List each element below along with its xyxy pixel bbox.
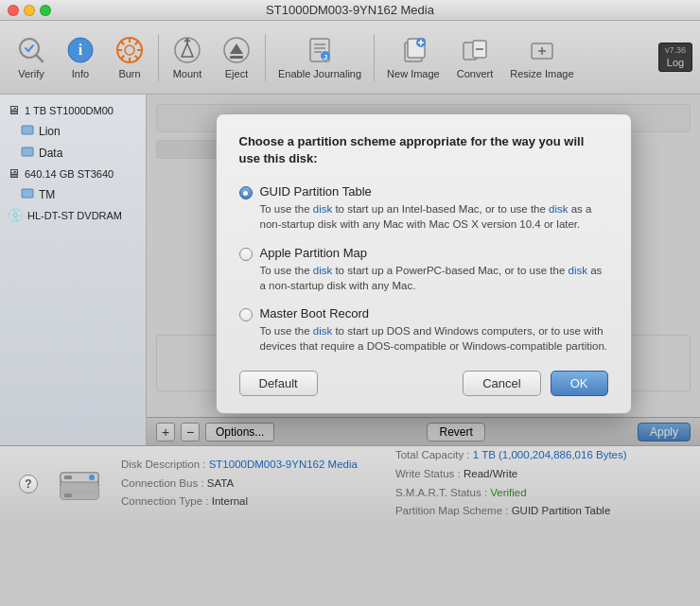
status-right: Total Capacity : 1 TB (1,000,204,886,016… [395,446,627,520]
toolbar: Verify i Info Bur [0,21,700,95]
svg-line-12 [121,42,125,45]
radio-option-guid[interactable]: GUID Partition Table To use the disk to … [239,184,608,232]
sidebar-item-disk-640[interactable]: 🖥 640.14 GB ST3640 [0,164,146,183]
enable-journaling-icon: J [305,35,335,65]
toolbar-separator-2 [265,34,266,81]
connection-type-value: Internal [212,495,248,507]
help-button[interactable]: ? [19,475,38,493]
disk-image [57,461,102,507]
toolbar-separator-1 [158,34,159,81]
svg-marker-17 [182,43,193,57]
sidebar-item-lion[interactable]: Lion [0,120,146,142]
sidebar-item-tm[interactable]: TM [0,183,146,205]
sidebar-item-label-disk-1tb: 1 TB ST1000DM00 [25,105,114,116]
new-image-label: New Image [387,68,440,79]
burn-icon [114,35,145,65]
radio-guid-name: GUID Partition Table [260,184,608,199]
toolbar-new-image[interactable]: New Image [379,31,447,83]
connection-type-label: Connection Type : [121,495,209,507]
radio-guid-content: GUID Partition Table To use the disk to … [260,184,608,232]
new-image-icon [398,35,429,65]
resize-image-label: Resize Image [510,68,573,79]
status-bar: ? Disk Description : ST1000DM003-9YN162 … [0,445,700,521]
svg-rect-21 [230,56,243,59]
toolbar-resize-image[interactable]: Resize Image [502,31,581,83]
dvdram-icon: 💿 [8,208,23,222]
sidebar-item-label-lion: Lion [39,125,61,138]
disk-description-label: Disk Description : [121,459,205,470]
lion-volume-icon [21,123,34,139]
maximize-button[interactable] [40,5,51,16]
write-status-value: Read/Write [464,468,517,479]
svg-rect-41 [22,189,33,198]
svg-text:J: J [324,53,327,61]
toolbar-mount[interactable]: Mount [164,31,211,83]
toolbar-verify[interactable]: Verify [8,31,55,83]
toolbar-burn[interactable]: Burn [106,31,153,83]
smart-status-label: S.M.A.R.T. Status : [395,487,487,498]
titlebar: ST1000DM003-9YN162 Media [0,0,700,21]
toolbar-convert[interactable]: Convert [449,31,501,83]
smart-status-value: Verified [490,487,526,498]
svg-line-3 [28,45,33,51]
svg-line-1 [36,55,43,61]
toolbar-enable-journaling[interactable]: J Enable Journaling [271,31,369,83]
sidebar: 🖥 1 TB ST1000DM00 Lion Data 🖥 640.14 GB … [0,95,147,445]
radio-option-mbr[interactable]: Master Boot Record To use the disk to st… [239,306,608,354]
connection-bus-value: SATA [207,477,234,489]
write-status-label: Write Status : [395,468,461,479]
info-icon: i [65,35,96,65]
mount-label: Mount [173,68,202,79]
radio-mbr-content: Master Boot Record To use the disk to st… [260,306,608,354]
toolbar-eject[interactable]: Eject [213,31,260,83]
radio-apple-name: Apple Partition Map [260,246,608,260]
eject-label: Eject [225,68,248,79]
ok-button[interactable]: OK [551,371,608,396]
svg-point-7 [125,45,134,55]
svg-line-15 [121,56,125,60]
svg-rect-40 [22,147,33,156]
partition-map-value: GUID Partition Table [512,505,611,516]
convert-icon [460,35,490,65]
radio-guid-desc: To use the disk to start up an Intel-bas… [260,201,608,232]
radio-mbr[interactable] [239,308,253,321]
mount-icon [172,35,202,65]
minimize-button[interactable] [24,5,35,16]
sidebar-item-data[interactable]: Data [0,142,146,164]
partition-map-label: Partition Map Scheme : [395,505,509,516]
radio-apple-content: Apple Partition Map To use the disk to s… [260,246,608,293]
info-label: Info [72,68,89,79]
radio-option-apple[interactable]: Apple Partition Map To use the disk to s… [239,246,608,293]
modal-buttons: Default Cancel OK [239,371,608,396]
status-left: Disk Description : ST1000DM003-9YN162 Me… [121,456,358,511]
enable-journaling-label: Enable Journaling [278,68,361,79]
toolbar-separator-3 [374,34,375,81]
svg-text:i: i [79,42,83,58]
toolbar-info[interactable]: i Info [57,31,104,83]
log-label: Log [667,56,684,69]
partition-scheme-modal: Choose a partition scheme appropriate fo… [216,113,632,414]
sidebar-item-label-dvdram: HL-DT-ST DVDRAM [27,210,122,221]
disk-640-icon: 🖥 [8,166,20,181]
sidebar-item-label-disk-640: 640.14 GB ST3640 [25,168,114,180]
total-capacity-value: 1 TB (1,000,204,886,016 Bytes) [473,449,627,460]
cancel-button[interactable]: Cancel [463,371,540,396]
default-button[interactable]: Default [239,371,318,396]
radio-guid[interactable] [239,186,253,199]
sidebar-item-dvdram[interactable]: 💿 HL-DT-ST DVDRAM [0,205,146,225]
verify-label: Verify [18,68,44,79]
sidebar-item-disk-1tb[interactable]: 🖥 1 TB ST1000DM00 [0,100,146,120]
svg-line-14 [135,42,139,45]
svg-rect-48 [64,493,72,497]
modal-overlay: Choose a partition scheme appropriate fo… [147,95,700,445]
total-capacity-label: Total Capacity : [395,449,470,460]
radio-apple[interactable] [239,248,253,261]
svg-rect-44 [64,476,72,479]
log-button[interactable]: v7.36 Log [658,43,692,73]
resize-image-icon [527,35,557,65]
convert-label: Convert [457,68,494,79]
burn-label: Burn [118,68,140,79]
modal-title: Choose a partition scheme appropriate fo… [239,133,608,167]
close-button[interactable] [8,5,19,16]
svg-rect-39 [22,126,33,134]
